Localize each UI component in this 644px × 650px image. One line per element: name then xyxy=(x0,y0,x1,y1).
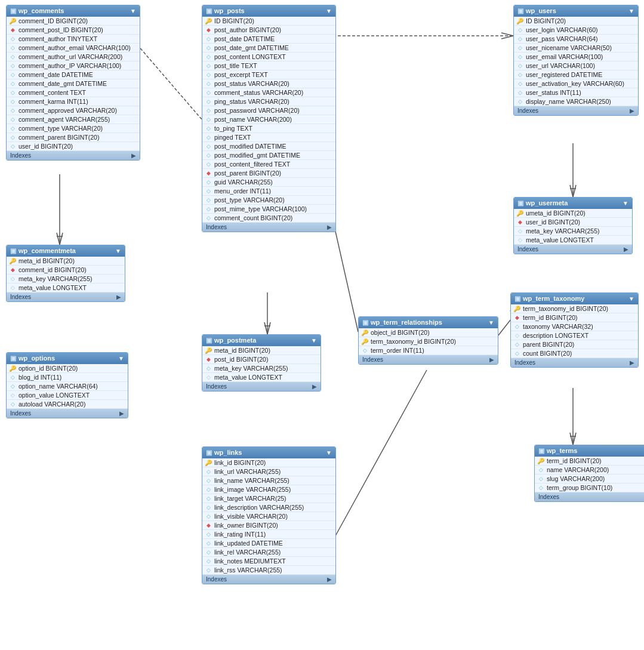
table-row: ◇link_target VARCHAR(25) xyxy=(202,494,335,503)
indexes-expand-arrow[interactable]: ▶ xyxy=(327,224,332,230)
table-row: ◇comment_content TEXT xyxy=(7,88,140,97)
table-row: ◇comment_karma INT(11) xyxy=(7,97,140,106)
table-wp-usermeta: ▣wp_usermeta ▼ 🔑umeta_id BIGINT(20) ◆use… xyxy=(513,197,633,254)
key-icon: 🔑 xyxy=(516,17,523,24)
field-icon: ◇ xyxy=(205,35,212,42)
table-row: ◇comment_agent VARCHAR(255) xyxy=(7,115,140,124)
field-icon: ◇ xyxy=(205,161,212,168)
table-row: ◆link_owner BIGINT(20) xyxy=(202,521,335,530)
header-arrow: ▼ xyxy=(130,8,136,14)
indexes-expand-arrow[interactable]: ▶ xyxy=(630,107,634,114)
key-icon: 🔑 xyxy=(205,459,212,466)
table-row: ◇meta_key VARCHAR(255) xyxy=(7,275,125,284)
field-icon: ◇ xyxy=(205,504,212,511)
field-icon: ◇ xyxy=(205,89,212,96)
table-header-wp-term-relationships: ▣wp_term_relationships ▼ xyxy=(359,317,498,328)
indexes-row-wp-posts[interactable]: Indexes ▶ xyxy=(202,223,335,232)
table-row: ◇link_rss VARCHAR(255) xyxy=(202,566,335,575)
field-icon: ◇ xyxy=(9,284,16,291)
table-title-wp-term-relationships: wp_term_relationships xyxy=(371,319,442,326)
field-icon: ◇ xyxy=(516,98,523,105)
table-row: ◇comment_status VARCHAR(20) xyxy=(202,88,335,97)
indexes-label: Indexes xyxy=(514,359,535,366)
table-wp-links: ▣wp_links ▼ 🔑link_id BIGINT(20) ◇link_ur… xyxy=(202,446,336,584)
indexes-label: Indexes xyxy=(206,576,227,583)
field-icon: ◇ xyxy=(205,116,212,123)
table-title-wp-options: wp_options xyxy=(19,355,55,362)
indexes-label: Indexes xyxy=(206,224,227,230)
header-arrow: ▼ xyxy=(118,355,124,362)
table-row: 🔑object_id BIGINT(20) xyxy=(359,328,498,337)
fk-icon: ◆ xyxy=(513,314,520,321)
field-icon: ◇ xyxy=(9,134,16,141)
field-icon: ◇ xyxy=(205,125,212,132)
indexes-expand-arrow[interactable]: ▶ xyxy=(116,294,121,300)
table-row: ◇comment_author_email VARCHAR(100) xyxy=(7,44,140,53)
table-row: ◆post_parent BIGINT(20) xyxy=(202,169,335,178)
indexes-row-wp-commentmeta[interactable]: Indexes ▶ xyxy=(7,292,125,301)
indexes-row-wp-postmeta[interactable]: Indexes ▶ xyxy=(202,382,321,391)
field-icon: ◇ xyxy=(9,98,16,105)
key-icon: 🔑 xyxy=(9,365,16,372)
table-row: ◇link_visible VARCHAR(20) xyxy=(202,512,335,521)
indexes-row-wp-term-relationships[interactable]: Indexes ▶ xyxy=(359,355,498,364)
field-icon: ◇ xyxy=(513,341,520,348)
key-icon: 🔑 xyxy=(205,17,212,24)
field-icon: ◇ xyxy=(205,549,212,556)
indexes-expand-arrow[interactable]: ▶ xyxy=(489,356,494,363)
table-row: ◇link_url VARCHAR(255) xyxy=(202,467,335,476)
svg-line-24 xyxy=(333,370,427,540)
field-icon: ◇ xyxy=(205,495,212,502)
table-wp-commentmeta: ▣wp_commentmeta ▼ 🔑meta_id BIGINT(20) ◆c… xyxy=(6,245,125,302)
svg-line-21 xyxy=(570,433,573,445)
indexes-row-wp-terms[interactable]: Indexes ▶ xyxy=(535,492,644,501)
indexes-expand-arrow[interactable]: ▶ xyxy=(119,410,124,417)
indexes-row-wp-users[interactable]: Indexes ▶ xyxy=(514,106,638,115)
field-icon: ◇ xyxy=(516,44,523,51)
field-icon: ◇ xyxy=(516,71,523,78)
fk-icon: ◆ xyxy=(516,218,523,226)
field-icon: ◇ xyxy=(9,44,16,51)
indexes-row-wp-links[interactable]: Indexes ▶ xyxy=(202,575,335,584)
table-header-wp-terms: ▣wp_terms ▼ xyxy=(535,445,644,457)
table-row: ◇blog_id INT(11) xyxy=(7,373,128,382)
indexes-row-wp-options[interactable]: Indexes ▶ xyxy=(7,409,128,418)
indexes-expand-arrow[interactable]: ▶ xyxy=(630,359,634,366)
table-row: ◇meta_key VARCHAR(255) xyxy=(202,364,321,373)
table-row: ◇term_order INT(11) xyxy=(359,346,498,355)
indexes-expand-arrow[interactable]: ▶ xyxy=(131,152,136,159)
field-icon: ◇ xyxy=(205,62,212,69)
table-row: ◇slug VARCHAR(200) xyxy=(535,475,644,483)
indexes-expand-arrow[interactable]: ▶ xyxy=(312,383,317,390)
indexes-row-wp-comments[interactable]: Indexes ▶ xyxy=(7,151,140,160)
field-icon: ◇ xyxy=(9,53,16,60)
indexes-row-wp-term-taxonomy[interactable]: Indexes ▶ xyxy=(511,358,638,367)
fk-icon: ◆ xyxy=(205,522,212,529)
table-row: ◆comment_id BIGINT(20) xyxy=(7,266,125,275)
indexes-expand-arrow[interactable]: ▶ xyxy=(624,246,628,252)
field-icon: ◇ xyxy=(205,477,212,484)
field-icon: ◇ xyxy=(361,347,368,354)
table-row: 🔑term_taxonomy_id BIGINT(20) xyxy=(359,337,498,346)
table-row: ◇term_group BIGINT(10) xyxy=(535,483,644,492)
field-icon: ◇ xyxy=(9,107,16,114)
field-icon: ◇ xyxy=(516,227,523,235)
table-row: 🔑term_taxonomy_id BIGINT(20) xyxy=(511,304,638,313)
key-icon: 🔑 xyxy=(516,210,523,217)
table-row: ◇user_status INT(11) xyxy=(514,88,638,97)
indexes-expand-arrow[interactable]: ▶ xyxy=(327,576,332,583)
header-arrow: ▼ xyxy=(623,200,628,207)
field-icon: ◇ xyxy=(205,205,212,212)
table-row: ◆user_id BIGINT(20) xyxy=(514,218,632,227)
table-row: 🔑ID BIGINT(20) xyxy=(514,17,638,26)
table-wp-term-taxonomy: ▣wp_term_taxonomy ▼ 🔑term_taxonomy_id BI… xyxy=(510,292,639,368)
fk-icon: ◆ xyxy=(9,266,16,273)
field-icon: ◇ xyxy=(9,62,16,69)
fk-icon: ◆ xyxy=(205,356,212,363)
indexes-row-wp-usermeta[interactable]: Indexes ▶ xyxy=(514,245,632,254)
svg-line-14 xyxy=(573,185,576,197)
table-row: ◇user_activation_key VARCHAR(60) xyxy=(514,79,638,88)
field-icon: ◇ xyxy=(9,374,16,381)
table-title-wp-term-taxonomy: wp_term_taxonomy xyxy=(523,295,584,302)
table-row: ◇comment_type VARCHAR(20) xyxy=(7,124,140,133)
